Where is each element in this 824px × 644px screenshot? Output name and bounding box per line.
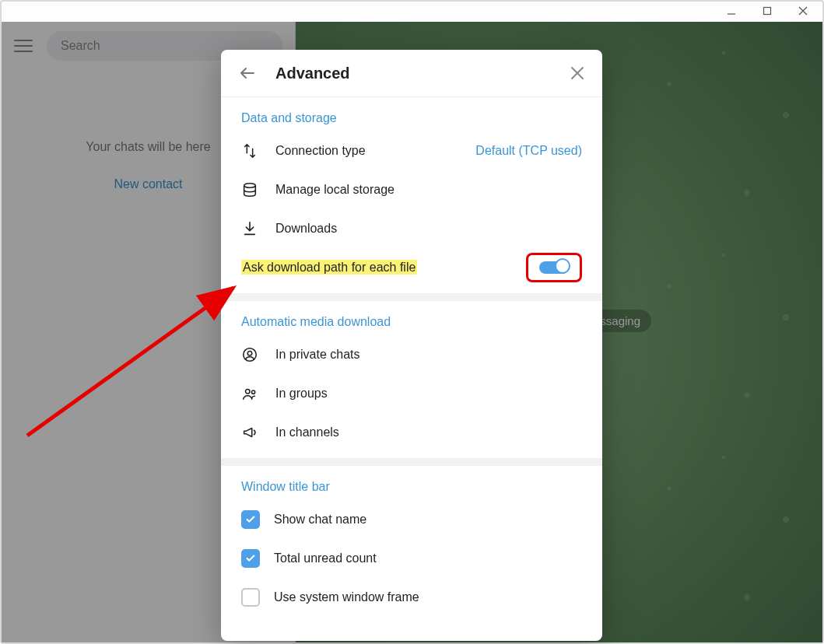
connection-type-label: Connection type (275, 144, 475, 158)
svg-point-6 (244, 184, 256, 188)
use-system-window-frame-checkbox[interactable] (241, 588, 260, 607)
svg-point-9 (246, 390, 251, 394)
show-chat-name-label: Show chat name (274, 513, 582, 527)
annotation-highlight-box (526, 253, 582, 282)
modal-title: Advanced (275, 65, 551, 82)
in-channels-label: In channels (275, 425, 582, 439)
row-in-groups[interactable]: In groups (241, 374, 582, 413)
row-in-private-chats[interactable]: In private chats (241, 335, 582, 374)
section-title-auto-media: Automatic media download (241, 315, 582, 329)
megaphone-icon (241, 424, 258, 441)
row-ask-download-path[interactable]: Ask download path for each file (241, 248, 582, 287)
section-separator (221, 458, 602, 466)
in-groups-label: In groups (275, 387, 582, 401)
ask-download-path-toggle[interactable] (539, 261, 569, 274)
row-show-chat-name[interactable]: Show chat name (241, 500, 582, 539)
group-icon (241, 385, 258, 402)
download-icon (241, 220, 258, 237)
section-separator (221, 293, 602, 301)
back-arrow-icon[interactable] (238, 64, 257, 82)
downloads-label: Downloads (275, 222, 582, 236)
total-unread-count-label: Total unread count (274, 551, 582, 565)
svg-point-8 (247, 351, 252, 355)
row-in-channels[interactable]: In channels (241, 413, 582, 452)
advanced-settings-modal: Advanced Data and storage Connection typ… (221, 50, 602, 641)
row-downloads[interactable]: Downloads (241, 209, 582, 248)
row-use-system-window-frame[interactable]: Use system window frame (241, 578, 582, 617)
storage-icon (241, 181, 258, 198)
connection-type-icon (241, 142, 258, 159)
close-icon[interactable] (570, 65, 585, 81)
section-title-data-storage: Data and storage (241, 111, 582, 125)
in-private-chats-label: In private chats (275, 348, 582, 362)
manage-local-storage-label: Manage local storage (275, 183, 582, 197)
connection-type-value: Default (TCP used) (475, 144, 582, 158)
ask-download-path-label: Ask download path for each file (241, 260, 417, 275)
row-total-unread-count[interactable]: Total unread count (241, 539, 582, 578)
row-manage-local-storage[interactable]: Manage local storage (241, 170, 582, 209)
svg-point-10 (251, 390, 254, 394)
row-connection-type[interactable]: Connection type Default (TCP used) (241, 131, 582, 170)
use-system-window-frame-label: Use system window frame (274, 590, 582, 604)
section-title-window-titlebar: Window title bar (241, 480, 582, 494)
total-unread-count-checkbox[interactable] (241, 549, 260, 568)
person-icon (241, 346, 258, 363)
show-chat-name-checkbox[interactable] (241, 510, 260, 529)
